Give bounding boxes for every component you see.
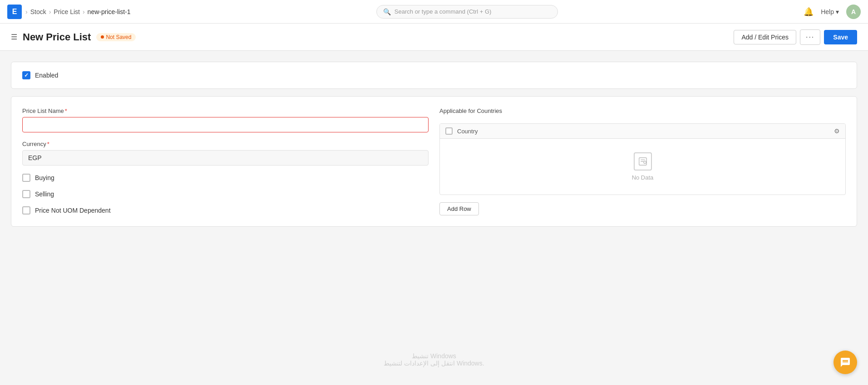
avatar[interactable]: A xyxy=(846,5,861,19)
not-saved-dot xyxy=(101,35,104,39)
page-title: New Price List xyxy=(23,31,91,43)
country-select-all-checkbox[interactable] xyxy=(445,127,453,135)
price-list-name-field: Price List Name* xyxy=(22,107,429,132)
applicable-countries-label: Applicable for Countries xyxy=(439,107,846,114)
price-not-uom-label: Price Not UOM Dependent xyxy=(35,207,111,214)
nav-right: 🔔 Help ▾ A xyxy=(804,5,861,19)
search-box[interactable]: 🔍 Search or type a command (Ctrl + G) xyxy=(376,5,558,19)
save-button[interactable]: Save xyxy=(824,30,857,44)
required-star-name: * xyxy=(65,107,67,114)
top-navigation: E › Stock › Price List › new-price-list-… xyxy=(0,0,868,24)
selling-row: Selling xyxy=(22,190,429,198)
breadcrumb-current: new-price-list-1 xyxy=(88,8,131,15)
selling-checkbox[interactable] xyxy=(22,190,30,198)
page-header: ☰ New Price List Not Saved Add / Edit Pr… xyxy=(0,24,868,51)
add-row-button[interactable]: Add Row xyxy=(439,202,479,215)
page-header-right: Add / Edit Prices ··· Save xyxy=(734,29,857,45)
help-label: Help xyxy=(821,8,834,15)
no-data-icon xyxy=(634,152,652,171)
breadcrumb-sep-0: › xyxy=(25,8,28,15)
selling-label: Selling xyxy=(35,190,54,198)
form-right: Applicable for Countries Country ⚙ xyxy=(439,107,846,215)
page-header-left: ☰ New Price List Not Saved xyxy=(11,31,136,43)
country-column-label: Country xyxy=(457,128,478,135)
buying-row: Buying xyxy=(22,174,429,182)
app-logo[interactable]: E xyxy=(7,5,22,19)
currency-select[interactable]: EGP xyxy=(22,150,429,166)
required-star-currency: * xyxy=(47,141,49,147)
country-table-header: Country ⚙ xyxy=(440,124,845,139)
enabled-checkbox[interactable] xyxy=(22,71,30,79)
form-left: Price List Name* Currency* EGP Buying xyxy=(22,107,429,215)
breadcrumb: › Stock › Price List › new-price-list-1 xyxy=(25,8,131,15)
breadcrumb-sep-1: › xyxy=(49,8,51,15)
enabled-label: Enabled xyxy=(35,72,58,79)
nav-left: E › Stock › Price List › new-price-list-… xyxy=(7,5,131,19)
enabled-row: Enabled xyxy=(22,71,846,79)
help-chevron-icon: ▾ xyxy=(836,8,839,15)
currency-field: Currency* EGP xyxy=(22,141,429,166)
no-data-svg xyxy=(638,156,648,166)
price-list-name-label: Price List Name* xyxy=(22,107,429,114)
not-saved-label: Not Saved xyxy=(106,34,131,40)
no-data-text: No Data xyxy=(632,174,654,181)
breadcrumb-pricelist[interactable]: Price List xyxy=(54,8,80,15)
not-saved-badge: Not Saved xyxy=(96,33,136,41)
price-list-name-input[interactable] xyxy=(22,117,429,132)
form-card: Price List Name* Currency* EGP Buying xyxy=(11,96,857,227)
country-settings-icon[interactable]: ⚙ xyxy=(834,127,840,135)
price-not-uom-row: Price Not UOM Dependent xyxy=(22,206,429,214)
buying-checkbox[interactable] xyxy=(22,174,30,182)
form-grid: Price List Name* Currency* EGP Buying xyxy=(22,107,846,215)
bell-icon[interactable]: 🔔 xyxy=(804,7,814,17)
more-options-button[interactable]: ··· xyxy=(800,29,820,45)
breadcrumb-sep-2: › xyxy=(83,8,85,15)
breadcrumb-stock[interactable]: Stock xyxy=(30,8,46,15)
help-button[interactable]: Help ▾ xyxy=(821,8,839,15)
search-placeholder: Search or type a command (Ctrl + G) xyxy=(395,8,492,15)
buying-label: Buying xyxy=(35,174,54,181)
search-container: 🔍 Search or type a command (Ctrl + G) xyxy=(376,5,558,19)
price-not-uom-checkbox[interactable] xyxy=(22,206,30,214)
currency-label: Currency* xyxy=(22,141,429,147)
search-icon: 🔍 xyxy=(383,8,391,15)
add-edit-prices-button[interactable]: Add / Edit Prices xyxy=(734,30,796,44)
enabled-card: Enabled xyxy=(11,62,857,89)
svg-line-4 xyxy=(643,161,644,161)
menu-icon[interactable]: ☰ xyxy=(11,33,17,41)
main-content: Enabled Price List Name* Currency* xyxy=(0,51,868,238)
country-table: Country ⚙ No xyxy=(439,123,846,195)
no-data-area: No Data xyxy=(440,139,845,195)
